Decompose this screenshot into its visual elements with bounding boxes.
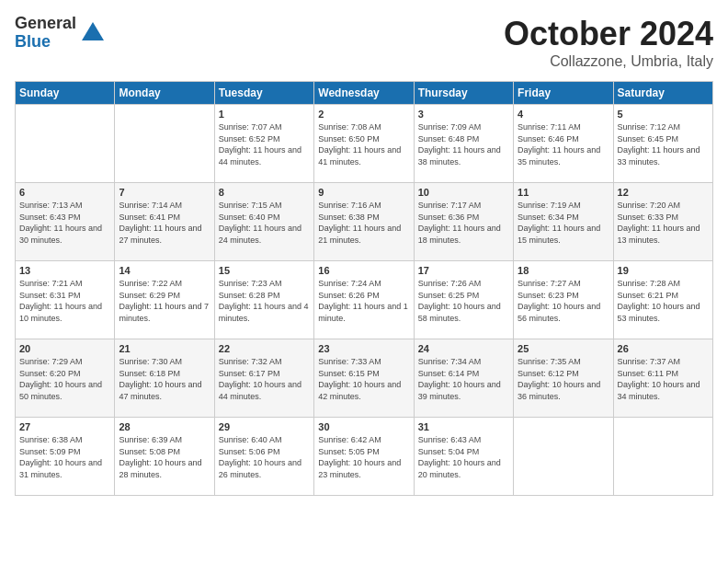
day-info: Sunrise: 7:14 AM Sunset: 6:41 PM Dayligh… — [119, 200, 210, 246]
column-header-tuesday: Tuesday — [214, 82, 313, 105]
day-cell: 1Sunrise: 7:07 AM Sunset: 6:52 PM Daylig… — [214, 105, 313, 183]
day-cell: 9Sunrise: 7:16 AM Sunset: 6:38 PM Daylig… — [314, 183, 414, 261]
day-cell: 13Sunrise: 7:21 AM Sunset: 6:31 PM Dayli… — [16, 261, 115, 339]
day-cell: 26Sunrise: 7:37 AM Sunset: 6:11 PM Dayli… — [613, 339, 712, 418]
day-number: 24 — [418, 343, 509, 354]
day-number: 16 — [318, 265, 409, 276]
logo-general-text: General — [15, 15, 76, 33]
day-number: 2 — [318, 109, 409, 120]
column-header-sunday: Sunday — [16, 82, 115, 105]
day-cell: 15Sunrise: 7:23 AM Sunset: 6:28 PM Dayli… — [214, 261, 313, 339]
page-header: General Blue October 2024 Collazzone, Um… — [15, 15, 713, 70]
day-number: 7 — [119, 187, 210, 198]
day-number: 9 — [318, 187, 409, 198]
week-row-1: 6Sunrise: 7:13 AM Sunset: 6:43 PM Daylig… — [16, 183, 713, 261]
day-cell: 21Sunrise: 7:30 AM Sunset: 6:18 PM Dayli… — [115, 339, 214, 418]
day-number: 1 — [219, 109, 310, 120]
day-info: Sunrise: 6:42 AM Sunset: 5:05 PM Dayligh… — [318, 434, 409, 480]
logo-blue-text: Blue — [15, 33, 76, 52]
day-info: Sunrise: 7:08 AM Sunset: 6:50 PM Dayligh… — [318, 121, 409, 167]
day-cell: 18Sunrise: 7:27 AM Sunset: 6:23 PM Dayli… — [514, 261, 613, 339]
day-info: Sunrise: 7:26 AM Sunset: 6:25 PM Dayligh… — [418, 278, 509, 324]
day-number: 14 — [119, 265, 210, 276]
day-number: 6 — [19, 187, 110, 198]
day-cell: 10Sunrise: 7:17 AM Sunset: 6:36 PM Dayli… — [414, 183, 513, 261]
day-number: 8 — [219, 187, 310, 198]
day-cell: 19Sunrise: 7:28 AM Sunset: 6:21 PM Dayli… — [613, 261, 712, 339]
day-cell: 14Sunrise: 7:22 AM Sunset: 6:29 PM Dayli… — [115, 261, 214, 339]
day-cell — [613, 418, 712, 496]
day-number: 11 — [518, 187, 609, 198]
day-number: 27 — [19, 421, 110, 432]
day-number: 10 — [418, 187, 509, 198]
day-info: Sunrise: 7:11 AM Sunset: 6:46 PM Dayligh… — [518, 121, 609, 167]
week-row-2: 13Sunrise: 7:21 AM Sunset: 6:31 PM Dayli… — [16, 261, 713, 339]
day-cell: 4Sunrise: 7:11 AM Sunset: 6:46 PM Daylig… — [514, 105, 613, 183]
day-cell: 5Sunrise: 7:12 AM Sunset: 6:45 PM Daylig… — [613, 105, 712, 183]
day-info: Sunrise: 7:34 AM Sunset: 6:14 PM Dayligh… — [418, 356, 509, 402]
day-info: Sunrise: 7:24 AM Sunset: 6:26 PM Dayligh… — [318, 278, 409, 324]
day-info: Sunrise: 7:30 AM Sunset: 6:18 PM Dayligh… — [119, 356, 210, 402]
day-number: 22 — [219, 343, 310, 354]
day-cell: 16Sunrise: 7:24 AM Sunset: 6:26 PM Dayli… — [314, 261, 414, 339]
day-number: 31 — [418, 421, 509, 432]
day-number: 25 — [518, 343, 609, 354]
day-info: Sunrise: 7:09 AM Sunset: 6:48 PM Dayligh… — [418, 121, 509, 167]
day-info: Sunrise: 7:19 AM Sunset: 6:34 PM Dayligh… — [518, 200, 609, 246]
day-number: 5 — [618, 109, 709, 120]
day-info: Sunrise: 7:22 AM Sunset: 6:29 PM Dayligh… — [119, 278, 210, 324]
day-info: Sunrise: 6:38 AM Sunset: 5:09 PM Dayligh… — [19, 434, 110, 480]
day-cell — [16, 105, 115, 183]
svg-marker-0 — [82, 22, 104, 40]
day-number: 3 — [418, 109, 509, 120]
week-row-0: 1Sunrise: 7:07 AM Sunset: 6:52 PM Daylig… — [16, 105, 713, 183]
column-header-thursday: Thursday — [414, 82, 513, 105]
column-header-saturday: Saturday — [613, 82, 712, 105]
day-number: 26 — [618, 343, 709, 354]
day-number: 18 — [518, 265, 609, 276]
day-cell: 3Sunrise: 7:09 AM Sunset: 6:48 PM Daylig… — [414, 105, 513, 183]
calendar-table: SundayMondayTuesdayWednesdayThursdayFrid… — [15, 81, 713, 496]
day-cell: 30Sunrise: 6:42 AM Sunset: 5:05 PM Dayli… — [314, 418, 414, 496]
day-cell: 8Sunrise: 7:15 AM Sunset: 6:40 PM Daylig… — [214, 183, 313, 261]
day-info: Sunrise: 7:21 AM Sunset: 6:31 PM Dayligh… — [19, 278, 110, 324]
day-cell: 20Sunrise: 7:29 AM Sunset: 6:20 PM Dayli… — [16, 339, 115, 418]
day-info: Sunrise: 7:17 AM Sunset: 6:36 PM Dayligh… — [418, 200, 509, 246]
day-cell — [115, 105, 214, 183]
day-number: 15 — [219, 265, 310, 276]
day-info: Sunrise: 6:43 AM Sunset: 5:04 PM Dayligh… — [418, 434, 509, 480]
day-info: Sunrise: 7:37 AM Sunset: 6:11 PM Dayligh… — [618, 356, 709, 402]
day-cell: 2Sunrise: 7:08 AM Sunset: 6:50 PM Daylig… — [314, 105, 414, 183]
day-cell: 24Sunrise: 7:34 AM Sunset: 6:14 PM Dayli… — [414, 339, 513, 418]
month-title: October 2024 — [504, 15, 713, 53]
day-info: Sunrise: 7:12 AM Sunset: 6:45 PM Dayligh… — [618, 121, 709, 167]
day-cell: 23Sunrise: 7:33 AM Sunset: 6:15 PM Dayli… — [314, 339, 414, 418]
day-number: 28 — [119, 421, 210, 432]
day-info: Sunrise: 7:13 AM Sunset: 6:43 PM Dayligh… — [19, 200, 110, 246]
day-number: 20 — [19, 343, 110, 354]
day-number: 4 — [518, 109, 609, 120]
header-row: SundayMondayTuesdayWednesdayThursdayFrid… — [16, 82, 713, 105]
location-subtitle: Collazzone, Umbria, Italy — [504, 53, 713, 70]
day-info: Sunrise: 7:35 AM Sunset: 6:12 PM Dayligh… — [518, 356, 609, 402]
logo-icon — [80, 20, 106, 46]
day-info: Sunrise: 7:27 AM Sunset: 6:23 PM Dayligh… — [518, 278, 609, 324]
week-row-4: 27Sunrise: 6:38 AM Sunset: 5:09 PM Dayli… — [16, 418, 713, 496]
day-cell: 12Sunrise: 7:20 AM Sunset: 6:33 PM Dayli… — [613, 183, 712, 261]
day-number: 30 — [318, 421, 409, 432]
day-number: 13 — [19, 265, 110, 276]
day-info: Sunrise: 7:07 AM Sunset: 6:52 PM Dayligh… — [219, 121, 310, 167]
day-number: 21 — [119, 343, 210, 354]
day-cell: 7Sunrise: 7:14 AM Sunset: 6:41 PM Daylig… — [115, 183, 214, 261]
logo: General Blue — [15, 15, 106, 52]
day-info: Sunrise: 6:39 AM Sunset: 5:08 PM Dayligh… — [119, 434, 210, 480]
day-number: 12 — [618, 187, 709, 198]
day-cell: 27Sunrise: 6:38 AM Sunset: 5:09 PM Dayli… — [16, 418, 115, 496]
day-info: Sunrise: 7:16 AM Sunset: 6:38 PM Dayligh… — [318, 200, 409, 246]
day-number: 29 — [219, 421, 310, 432]
day-number: 23 — [318, 343, 409, 354]
title-block: October 2024 Collazzone, Umbria, Italy — [504, 15, 713, 70]
day-info: Sunrise: 7:32 AM Sunset: 6:17 PM Dayligh… — [219, 356, 310, 402]
day-info: Sunrise: 7:29 AM Sunset: 6:20 PM Dayligh… — [19, 356, 110, 402]
day-number: 19 — [618, 265, 709, 276]
